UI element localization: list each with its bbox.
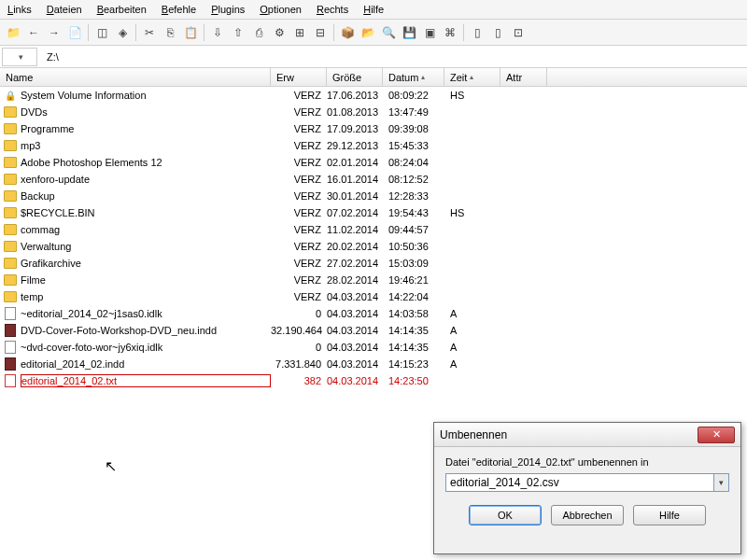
copy-icon[interactable]: ⎘ [161,23,179,42]
file-row[interactable]: Adobe Photoshop Elements 12VERZ02.01.201… [0,154,747,171]
col-attr[interactable]: Attr [500,68,547,86]
folder-icon [4,206,17,219]
file-size: 0 [271,342,327,353]
file-row[interactable]: BackupVERZ30.01.201412:28:33 [0,188,747,204]
file-row[interactable]: commagVERZ11.02.201409:44:57 [0,221,747,238]
menu-item[interactable]: Optionen [260,4,302,15]
txt-icon [4,374,17,387]
indd-icon [4,324,17,337]
file-row[interactable]: FilmeVERZ28.02.201419:46:21 [0,272,747,288]
toolbar-button[interactable]: ⌘ [441,23,459,42]
file-date: 20.02.2014 [327,241,388,252]
toolbar-button[interactable]: ◈ [113,23,132,42]
file-row[interactable]: tempVERZ04.03.201414:22:04 [0,288,747,305]
file-size: VERZ [271,241,327,252]
rename-input[interactable] [445,473,714,492]
toolbar-button[interactable]: 💾 [400,23,418,42]
current-path[interactable]: Z:\ [43,48,747,66]
file-row[interactable]: xenforo-updateVERZ16.01.201408:12:52 [0,171,747,188]
toolbar-button[interactable]: 📂 [359,23,377,42]
file-row[interactable]: $RECYCLE.BINVERZ07.02.201419:54:43HS [0,204,747,221]
folder-icon [4,273,17,287]
toolbar-button[interactable]: ← [24,23,43,42]
folder-icon [4,240,17,253]
file-row[interactable]: ~editorial_2014_02~j1sas0.idlk004.03.201… [0,305,747,322]
file-row[interactable]: DVDsVERZ01.08.201313:47:49 [0,104,747,120]
toolbar-button[interactable]: ⎙ [249,23,268,42]
toolbar-button[interactable]: ▣ [420,23,439,42]
menu-item[interactable]: Hilfe [363,4,384,15]
toolbar-button[interactable]: 🔍 [379,23,398,42]
file-row[interactable]: mp3VERZ29.12.201315:45:33 [0,137,747,154]
file-row[interactable]: editorial_2014_02.indd7.331.84004.03.201… [0,356,747,372]
file-row[interactable]: GrafikarchiveVERZ27.02.201415:03:09 [0,255,747,272]
file-list: Name Erw Größe Datum▴ Zeit▴ Attr System … [0,68,747,389]
file-time: 19:46:21 [388,274,444,286]
file-time: 14:23:50 [388,375,444,386]
dropdown-icon[interactable]: ▾ [714,473,729,492]
col-size[interactable]: Größe [327,68,383,86]
file-name: Backup [21,190,271,202]
file-date: 04.03.2014 [327,358,388,370]
toolbar-button[interactable]: ▯ [468,23,486,42]
file-size: 7.331.840 [271,358,327,370]
menu-item[interactable]: Links [7,4,32,15]
file-name: temp [21,291,271,302]
toolbar-button[interactable]: ⊞ [290,23,309,42]
file-name: $RECYCLE.BIN [21,207,271,218]
col-erw[interactable]: Erw [271,68,327,86]
file-size: 32.190.464 [271,325,327,336]
file-size: 382 [271,375,327,386]
col-date[interactable]: Datum▴ [383,68,444,86]
file-date: 17.09.2013 [327,123,388,134]
toolbar-button[interactable]: 📄 [65,23,84,42]
menu-item[interactable]: Plugins [211,4,245,15]
file-size: VERZ [271,224,327,235]
file-size: VERZ [271,190,327,202]
toolbar-button[interactable]: 📦 [338,23,357,42]
help-button[interactable]: Hilfe [633,505,706,525]
folder-icon [4,290,17,303]
file-date: 17.06.2013 [327,90,388,101]
folder-icon [4,139,17,152]
file-row[interactable]: ~dvd-cover-foto-wor~jy6xiq.idlk004.03.20… [0,339,747,356]
toolbar-button[interactable]: ⚙ [270,23,289,42]
file-row[interactable]: DVD-Cover-Foto-Workshop-DVD_neu.indd32.1… [0,322,747,339]
file-time: 12:28:33 [388,190,444,202]
file-time: 14:03:58 [388,308,444,319]
file-row[interactable]: editorial_2014_02.txt38204.03.201414:23:… [0,372,747,389]
file-name: DVD-Cover-Foto-Workshop-DVD_neu.indd [21,325,271,336]
menu-item[interactable]: Rechts [317,4,348,15]
file-row[interactable]: VerwaltungVERZ20.02.201410:50:36 [0,238,747,255]
file-name: Verwaltung [21,241,271,252]
file-attr: HS [444,207,491,218]
menu-item[interactable]: Dateien [47,4,82,15]
file-row[interactable]: System Volume InformationVERZ17.06.20130… [0,87,747,104]
menu-item[interactable]: Befehle [162,4,196,15]
col-time[interactable]: Zeit▴ [444,68,500,86]
file-time: 08:24:04 [388,157,444,168]
col-name[interactable]: Name [0,68,271,86]
toolbar-button[interactable]: ▯ [488,23,507,42]
toolbar-button[interactable]: ⇧ [229,23,247,42]
toolbar-button[interactable]: ◫ [92,23,111,42]
toolbar-button[interactable]: 📁 [4,23,22,42]
file-row[interactable]: ProgrammeVERZ17.09.201309:39:08 [0,120,747,137]
cut-icon[interactable]: ✂ [140,23,159,42]
file-size: VERZ [271,90,327,101]
toolbar-button[interactable]: ⊟ [311,23,330,42]
paste-icon[interactable]: 📋 [181,23,200,42]
ok-button[interactable]: OK [469,505,542,525]
toolbar-button[interactable]: ⊡ [509,23,528,42]
menu-item[interactable]: Bearbeiten [97,4,147,15]
file-attr: A [444,342,491,353]
drive-selector[interactable] [2,48,37,66]
toolbar-button[interactable]: ⇩ [208,23,227,42]
dialog-titlebar[interactable]: Umbenennen ✕ [434,423,740,447]
file-date: 30.01.2014 [327,190,388,202]
cancel-button[interactable]: Abbrechen [551,505,624,525]
lock-icon [4,89,17,102]
close-icon[interactable]: ✕ [698,427,735,443]
file-time: 14:15:23 [388,358,444,370]
toolbar-button[interactable]: → [45,23,63,42]
